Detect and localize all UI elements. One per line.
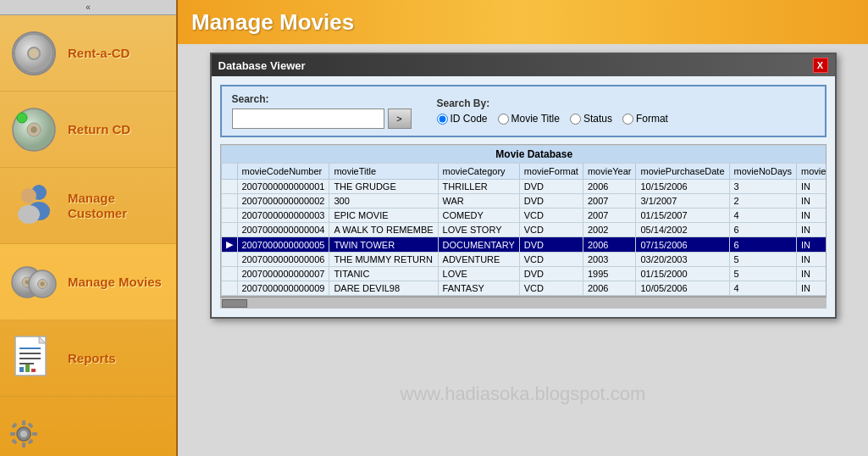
svg-rect-30 [10,432,15,436]
sidebar-item-rent-cd[interactable]: Rent-a-CD [0,15,176,92]
table-cell: TWIN TOWER [329,237,438,253]
table-cell: 2007000000000009 [237,281,329,296]
table-cell: 2006 [583,281,636,296]
table-cell: 2007000000000005 [237,237,329,253]
sidebar-item-manage-movies[interactable]: Manage Movies [0,244,176,320]
table-cell: 2007000000000001 [237,180,329,194]
table-cell: 01/15/2000 [636,267,729,281]
db-close-btn[interactable]: X [813,58,828,73]
table-cell: VCD [519,223,583,237]
table-cell: DVD [519,267,583,281]
table-cell: 4 [729,209,796,223]
svg-rect-29 [22,442,25,448]
table-cell: THE MUMMY RETURN [329,253,438,267]
sidebar-collapse-btn[interactable]: « [0,0,176,15]
radio-status[interactable]: Status [570,113,612,125]
table-cell: 10/15/2006 [636,180,729,194]
table-cell: IN [797,209,827,223]
table-row[interactable]: 2007000000000009DARE DEVIL98FANTASYVCD20… [221,281,827,296]
table-cell: IN [797,223,827,237]
table-row[interactable]: 2007000000000006THE MUMMY RETURNADVENTUR… [221,253,827,267]
radio-status-label: Status [583,113,612,125]
table-cell: DVD [519,237,583,253]
table-cell: WAR [438,194,519,209]
table-cell: 2007000000000002 [237,194,329,209]
table-cell: LOVE [438,267,519,281]
manage-customer-icon [8,181,59,231]
table-cell: THE GRUDGE [329,180,438,194]
horizontal-scrollbar[interactable] [220,297,827,309]
search-section: Search: > [232,93,412,129]
table-cell: 3/1/2007 [636,194,729,209]
search-input[interactable] [232,108,384,129]
svg-point-1 [28,47,41,59]
table-cell: 2006 [583,180,636,194]
table-cell: 2007000000000006 [237,253,329,267]
radio-id-code[interactable]: ID Code [437,113,488,125]
table-cell: VCD [519,209,583,223]
svg-rect-31 [32,432,37,436]
table-cell: A WALK TO REMEMBE [329,223,438,237]
table-cell: FANTASY [438,281,519,296]
settings-icon[interactable] [8,419,39,452]
table-row[interactable]: 2007000000000007TITANICLOVEDVD199501/15/… [221,267,827,281]
table-cell: IN [797,253,827,267]
radio-format-label: Format [636,113,668,125]
radio-format[interactable]: Format [622,113,668,125]
table-cell: IN [797,267,827,281]
table-row[interactable]: 2007000000000003EPIC MOVIECOMEDYVCD20070… [221,209,827,223]
radio-movie-title-label: Movie Title [511,113,560,125]
sidebar-item-reports[interactable]: Reports [0,320,176,397]
table-row[interactable]: ▶2007000000000005TWIN TOWERDOCUMENTARYDV… [221,237,827,253]
table-cell: IN [797,281,827,296]
table-cell: 5 [729,267,796,281]
table-cell: VCD [519,281,583,296]
rent-cd-icon [8,28,59,79]
table-cell: IN [797,194,827,209]
main-content: www.hadiasoka.blogspot.com Database View… [178,44,868,456]
table-cell: DOCUMENTARY [438,237,519,253]
table-row[interactable]: 2007000000000004A WALK TO REMEMBELOVE ST… [221,223,827,237]
search-label: Search: [232,93,412,105]
table-row[interactable]: 2007000000000001THE GRUDGETHRILLERDVD200… [221,180,827,194]
watermark: www.hadiasoka.blogspot.com [401,383,646,405]
search-by-group: Search By: ID Code Movie Title [437,97,668,125]
table-cell: 03/20/2003 [636,253,729,267]
sidebar-item-return-cd[interactable]: Return CD [0,92,176,168]
app-container: « [0,0,868,456]
row-arrow [221,253,237,267]
return-cd-icon [8,104,59,155]
table-row[interactable]: 2007000000000002300WARDVD20073/1/20072IN [221,194,827,209]
table-cell: 1995 [583,267,636,281]
table-cell: 2003 [583,253,636,267]
sidebar-item-manage-customer[interactable]: Manage Customer [0,168,176,244]
db-window-title: Database Viewer [218,59,306,72]
svg-point-10 [18,205,40,224]
scroll-thumb[interactable] [222,299,247,308]
row-arrow [221,194,237,209]
row-arrow [221,180,237,194]
table-cell: EPIC MOVIE [329,209,438,223]
page-title: Manage Movies [191,9,354,36]
svg-point-27 [20,431,27,437]
table-cell: DARE DEVIL98 [329,281,438,296]
db-titlebar: Database Viewer X [212,54,835,76]
table-cell: THRILLER [438,180,519,194]
svg-point-0 [14,33,53,72]
manage-movies-icon [8,257,59,308]
svg-point-2 [31,50,36,55]
main-area: Manage Movies www.hadiasoka.blogspot.com… [178,0,868,456]
table-cell: 300 [329,194,438,209]
svg-rect-24 [25,364,30,372]
row-arrow [221,209,237,223]
radio-movie-title[interactable]: Movie Title [498,113,560,125]
svg-rect-23 [19,367,24,372]
sidebar: « [0,0,178,456]
table-cell: ADVENTURE [438,253,519,267]
svg-point-5 [31,126,37,132]
col-category: movieCategory [438,164,519,180]
table-cell: DVD [519,194,583,209]
col-purchase-date: moviePurchaseDate [636,164,729,180]
search-go-btn[interactable]: > [388,108,412,129]
row-arrow: ▶ [221,237,237,253]
